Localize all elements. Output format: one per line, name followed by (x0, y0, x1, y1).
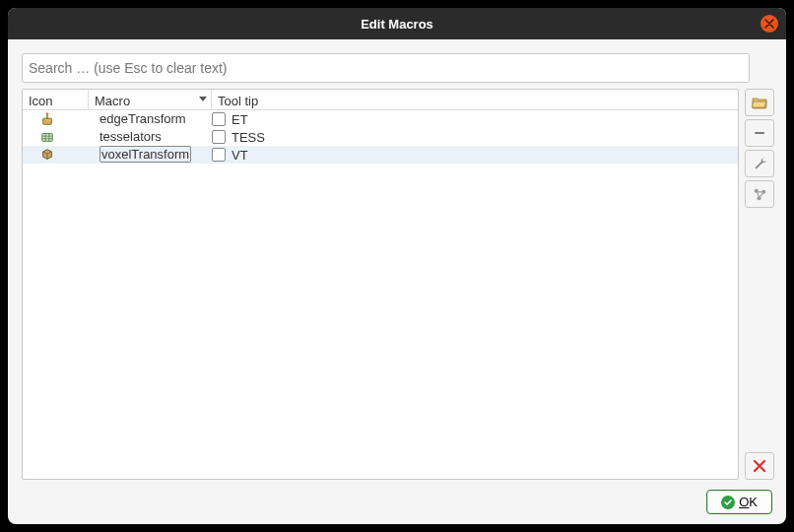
col-header-tooltip[interactable]: Tool tip (212, 90, 738, 109)
close-icon (764, 19, 774, 29)
x-red-icon (754, 460, 765, 472)
macro-checkbox[interactable] (210, 130, 228, 144)
macro-icon (23, 130, 94, 144)
macro-tooltip-cell[interactable]: ET (228, 112, 738, 127)
table-header: Icon Macro Tool tip (23, 90, 738, 110)
nodes-icon (753, 187, 767, 202)
svg-rect-2 (42, 134, 53, 142)
macro-table: Icon Macro Tool tip edgeTransformETtesse… (22, 89, 739, 480)
svg-point-1 (46, 112, 49, 115)
search-input[interactable] (22, 53, 750, 83)
window-title: Edit Macros (361, 17, 433, 32)
table-row[interactable]: tesselatorsTESS (23, 128, 738, 146)
macro-icon (23, 112, 94, 126)
wrench-icon (753, 157, 767, 171)
macro-checkbox[interactable] (210, 112, 228, 126)
close-button[interactable] (761, 15, 778, 33)
link-button[interactable] (745, 180, 774, 208)
macro-tooltip-cell[interactable]: VT (228, 148, 738, 163)
sort-indicator-icon (199, 97, 207, 101)
remove-button[interactable] (745, 119, 774, 147)
macro-tooltip-cell[interactable]: TESS (228, 130, 738, 145)
minus-icon (753, 126, 766, 140)
dialog-buttons: OK (22, 480, 772, 514)
table-body: edgeTransformETtesselatorsTESSvoxelTrans… (23, 110, 738, 479)
open-folder-button[interactable] (745, 89, 774, 116)
macro-name-cell[interactable]: tesselators (94, 128, 210, 146)
side-toolbar (745, 89, 772, 480)
folder-open-icon (752, 96, 767, 109)
mid-area: Icon Macro Tool tip edgeTransformETtesse… (22, 89, 772, 480)
svg-rect-3 (755, 132, 764, 134)
check-circle-icon (721, 496, 735, 509)
macro-icon (23, 148, 94, 162)
col-header-macro[interactable]: Macro (89, 90, 212, 109)
titlebar: Edit Macros (8, 8, 786, 39)
macro-checkbox[interactable] (210, 148, 228, 162)
col-header-icon[interactable]: Icon (23, 90, 89, 109)
delete-button[interactable] (745, 452, 774, 480)
macro-name-cell[interactable]: edgeTransform (94, 110, 210, 128)
settings-button[interactable] (745, 150, 774, 177)
table-row[interactable]: voxelTransformVT (23, 146, 738, 164)
dialog-window: Edit Macros Icon Macro Tool tip edgeTran… (8, 8, 786, 524)
macro-name-cell[interactable]: voxelTransform (94, 146, 210, 164)
svg-rect-0 (43, 118, 52, 124)
table-row[interactable]: edgeTransformET (23, 110, 738, 128)
dialog-content: Icon Macro Tool tip edgeTransformETtesse… (8, 39, 786, 524)
ok-button[interactable]: OK (706, 490, 772, 514)
